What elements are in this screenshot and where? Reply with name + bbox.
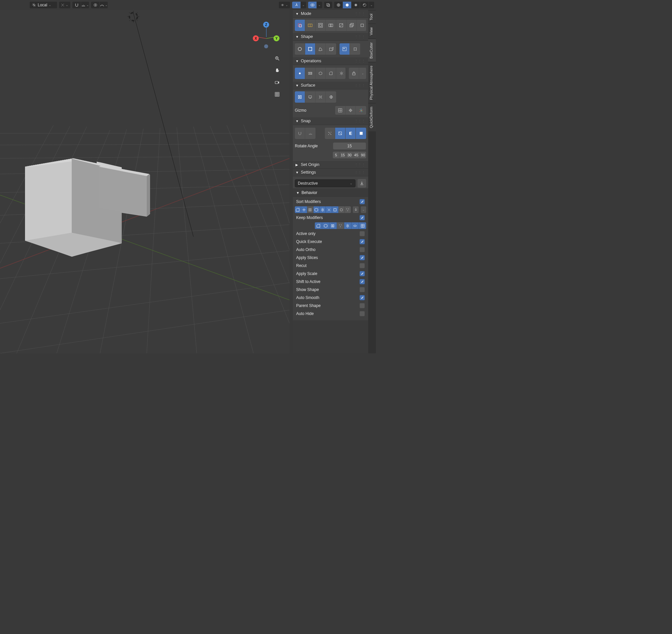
keep-simple[interactable] <box>344 222 351 229</box>
gizmo-dropdown[interactable]: ⌄ <box>300 1 306 9</box>
perspective-button[interactable] <box>272 89 282 99</box>
section-surface-header[interactable]: ▼ Surface ⋮⋮⋮ <box>293 82 368 89</box>
method-select[interactable]: Destructive ⌄ <box>295 179 355 187</box>
option-checkbox[interactable] <box>360 255 365 260</box>
keep-weld[interactable] <box>351 222 359 229</box>
op-dropdown[interactable]: ⌄ <box>359 68 366 79</box>
mode-slice[interactable] <box>305 20 316 31</box>
preset-15[interactable]: 15 <box>340 152 346 158</box>
mode-extract[interactable] <box>347 20 357 31</box>
snap-vert[interactable] <box>356 128 366 139</box>
snap-mode-dropdown[interactable]: ⌄ <box>81 1 89 9</box>
preset-45[interactable]: 45 <box>353 152 360 158</box>
mod-tri[interactable] <box>345 206 351 213</box>
pan-button[interactable] <box>272 65 282 75</box>
op-mirror[interactable] <box>336 68 346 79</box>
camera-button[interactable] <box>272 77 282 87</box>
shape-wire-toggle[interactable] <box>340 43 350 55</box>
option-checkbox[interactable] <box>360 247 365 252</box>
visibility-dropdown[interactable]: ⌄ <box>278 1 291 9</box>
keep-decimate[interactable] <box>359 222 366 229</box>
axis-neg-z[interactable] <box>264 44 268 48</box>
gizmo-grid[interactable] <box>335 106 346 115</box>
op-bevel[interactable] <box>326 68 336 79</box>
gizmo-cursor[interactable] <box>346 106 356 115</box>
snap-edge[interactable] <box>346 128 356 139</box>
sort-more[interactable]: ⌄ <box>361 206 366 213</box>
axis-x[interactable]: X <box>253 35 259 41</box>
section-snap-header[interactable]: ▼ Snap ⋮⋮⋮ <box>293 117 368 125</box>
shape-box[interactable] <box>305 43 316 55</box>
snap-magnet[interactable] <box>295 128 305 139</box>
section-set-origin-header[interactable]: ▶ Set Origin ⋮⋮⋮ <box>293 161 368 169</box>
mod-weighted[interactable] <box>301 206 307 213</box>
mod-screw[interactable] <box>326 206 332 213</box>
mod-solidify[interactable] <box>314 206 320 213</box>
shading-material[interactable] <box>351 1 360 9</box>
snap-increment[interactable] <box>305 128 316 139</box>
zoom-button[interactable] <box>272 53 282 63</box>
vtab-boxcutter[interactable]: BoxCutter <box>368 39 376 62</box>
gizmo-transform[interactable] <box>356 106 366 115</box>
option-checkbox[interactable] <box>360 271 365 276</box>
vtab-quickdeform[interactable]: QuickDeform <box>368 103 376 131</box>
behavior-subheader[interactable]: ▼ Behavior <box>293 188 368 197</box>
option-checkbox[interactable] <box>360 263 365 268</box>
mode-make[interactable] <box>357 20 366 31</box>
keep-bevel[interactable] <box>315 222 322 229</box>
mod-bevel[interactable] <box>295 206 301 213</box>
keep-modifiers-checkbox[interactable] <box>360 215 365 220</box>
preset-90[interactable]: 90 <box>360 152 366 158</box>
shape-circle[interactable] <box>295 43 305 55</box>
vtab-view[interactable]: View <box>368 24 376 39</box>
snap-grid[interactable] <box>325 128 335 139</box>
sort-down[interactable] <box>353 206 359 213</box>
mod-mirror[interactable] <box>320 206 326 213</box>
transform-orientation-dropdown[interactable]: Local ⌄ <box>29 1 57 9</box>
option-checkbox[interactable] <box>360 311 365 316</box>
section-shape-header[interactable]: ▼ Shape ⋮⋮⋮ <box>293 33 368 41</box>
mode-join[interactable] <box>326 20 336 31</box>
vtab-tool[interactable]: Tool <box>368 10 376 24</box>
section-mode-header[interactable]: ▼ Mode ⋮⋮⋮ <box>293 10 368 18</box>
rotate-angle-field[interactable]: 15 <box>333 142 366 150</box>
proportional-toggle[interactable] <box>91 1 99 9</box>
shape-ngon[interactable] <box>316 43 326 55</box>
surface-world[interactable] <box>326 91 336 103</box>
mode-knife[interactable] <box>336 20 347 31</box>
sort-modifiers-checkbox[interactable] <box>360 199 365 204</box>
option-checkbox[interactable] <box>360 239 365 244</box>
preset-5[interactable]: 5 <box>333 152 340 158</box>
op-lock[interactable] <box>349 68 359 79</box>
gizmo-toggle[interactable] <box>292 1 300 9</box>
axis-z[interactable]: Z <box>263 22 269 28</box>
snap-face[interactable] <box>335 128 346 139</box>
option-checkbox[interactable] <box>360 279 365 284</box>
section-settings-header[interactable]: ▼ Settings ⋮⋮⋮ <box>293 169 368 176</box>
falloff-dropdown[interactable]: ⌄ <box>99 1 108 9</box>
shape-custom[interactable] <box>326 43 336 55</box>
keep-solidify[interactable] <box>322 222 329 229</box>
option-checkbox[interactable] <box>360 303 365 308</box>
shading-rendered[interactable] <box>360 1 369 9</box>
xray-toggle[interactable] <box>324 1 332 9</box>
axis-orbit-gizmo[interactable]: Z X Y <box>253 22 279 48</box>
keep-array[interactable] <box>329 222 337 229</box>
shading-dropdown[interactable]: ⌄ <box>369 1 374 9</box>
overlay-toggle[interactable] <box>308 1 317 9</box>
vtab-physical-atmosphere[interactable]: Physical Atmosphere <box>368 62 376 103</box>
snap-toggle[interactable] <box>72 1 81 9</box>
overlay-dropdown[interactable]: ⌄ <box>317 1 323 9</box>
axis-y[interactable]: Y <box>274 35 279 41</box>
mod-array[interactable] <box>307 206 314 213</box>
option-checkbox[interactable] <box>360 295 365 300</box>
op-solidify[interactable] <box>316 68 326 79</box>
apply-button[interactable] <box>357 179 366 188</box>
shading-wireframe[interactable] <box>334 1 343 9</box>
option-checkbox[interactable] <box>360 287 365 292</box>
surface-object[interactable] <box>295 91 305 103</box>
op-default[interactable] <box>295 68 305 79</box>
preset-30[interactable]: 30 <box>346 152 353 158</box>
mod-lattice[interactable] <box>339 206 345 213</box>
section-operations-header[interactable]: ▼ Operations ⋮⋮⋮ <box>293 57 368 65</box>
